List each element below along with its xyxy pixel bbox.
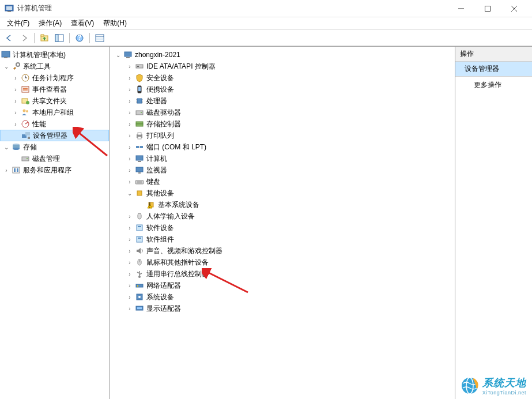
keyboard-icon [135,177,144,186]
device-mice[interactable]: › 鼠标和其他指针设备 [110,257,455,268]
device-system[interactable]: › 系统设备 [110,291,455,303]
device-network[interactable]: › 网络适配器 [110,280,455,291]
close-button[interactable] [501,0,527,17]
actions-selected[interactable]: 设备管理器 [455,62,532,77]
expand-icon[interactable]: › [126,293,134,301]
device-storage_ctrl[interactable]: › 存储控制器 [110,118,455,130]
device-other_child[interactable]: ! 基本系统设备 [110,199,455,210]
device-tree-panel: ⌄ zhongxin-2021 › IDE ATA/ATAPI 控制器 › 安全… [110,47,455,399]
expand-icon[interactable]: › [126,247,134,255]
show-hide-tree-button[interactable] [52,32,66,44]
nav-services-apps[interactable]: ›服务和应用程序 [0,164,109,176]
help-button[interactable]: ? [73,32,86,44]
device-keyboards[interactable]: › 键盘 [110,176,455,187]
device-print_queues[interactable]: › 打印队列 [110,130,455,141]
device-sound[interactable]: › 声音、视频和游戏控制器 [110,245,455,257]
expand-icon[interactable]: › [126,281,134,289]
nav-device-manager[interactable]: 设备管理器 [0,130,109,141]
svg-point-39 [27,158,28,159]
expand-icon[interactable]: › [126,120,134,128]
nav-event-viewer[interactable]: ›事件查看器 [0,84,109,95]
device-label: 人体学输入设备 [146,212,195,221]
device-display[interactable]: › 显示适配器 [110,303,455,314]
navigation-tree-panel: 计算机管理(本地) ⌄ 系统工具 ›任务计划程序 ›事件查看器 ›共享文件夹 ›… [0,47,110,399]
device-security[interactable]: › 安全设备 [110,72,455,84]
expand-icon[interactable]: › [126,85,134,93]
collapse-icon[interactable]: ⌄ [114,51,122,59]
expand-icon[interactable]: › [126,74,134,82]
users-icon [21,108,30,117]
svg-rect-17 [2,51,10,57]
details-view-button[interactable] [93,32,107,44]
share-icon [21,96,30,106]
expand-icon[interactable]: › [126,235,134,243]
svg-rect-61 [136,146,139,148]
shield-icon [135,73,144,82]
device-root[interactable]: ⌄ zhongxin-2021 [110,49,455,61]
expand-icon[interactable]: › [126,62,134,70]
expand-icon[interactable]: › [12,85,20,93]
collapse-icon[interactable]: ⌄ [2,62,10,70]
forward-button[interactable] [17,32,31,44]
expand-icon[interactable]: › [126,143,134,151]
menu-view[interactable]: 查看(V) [66,17,99,29]
device-label: 显示适配器 [146,304,181,314]
svg-rect-40 [13,167,20,173]
collapse-icon[interactable]: ⌄ [2,143,10,151]
maximize-button[interactable] [474,0,501,17]
menu-action[interactable]: 操作(A) [34,17,66,29]
minimize-button[interactable] [448,0,474,17]
nav-root[interactable]: 计算机管理(本地) [0,49,109,61]
watermark-url: XiTongTianDi.net [482,390,526,396]
nav-disk-mgmt[interactable]: 磁盘管理 [0,153,109,164]
expand-icon[interactable]: › [12,108,20,116]
hid-icon [135,212,144,221]
globe-icon [461,377,479,395]
device-hid[interactable]: › 人体学输入设备 [110,210,455,222]
device-label: 存储控制器 [146,119,181,129]
device-software_dev[interactable]: › 软件设备 [110,222,455,234]
expand-icon[interactable]: › [12,97,20,105]
device-monitors[interactable]: › 监视器 [110,164,455,176]
expand-icon[interactable]: › [126,270,134,278]
device-software_comp[interactable]: › 软件组件 [110,234,455,245]
device-processors[interactable]: › 处理器 [110,95,455,107]
expand-icon[interactable]: › [126,304,134,313]
expand-icon[interactable]: › [12,120,20,128]
expand-icon[interactable]: › [126,155,134,163]
menu-file[interactable]: 文件(F) [2,17,34,29]
expand-icon[interactable]: › [126,166,134,174]
device-ide[interactable]: › IDE ATA/ATAPI 控制器 [110,61,455,72]
nav-system-tools[interactable]: ⌄ 系统工具 [0,61,109,72]
actions-more[interactable]: 更多操作 [455,77,532,93]
device-portable[interactable]: › 便携设备 [110,84,455,95]
device-other[interactable]: ⌄ 其他设备 [110,187,455,199]
system-icon [135,292,144,302]
device-disk_drives[interactable]: › 磁盘驱动器 [110,107,455,118]
expand-icon[interactable]: › [126,131,134,140]
nav-storage[interactable]: ⌄存储 [0,141,109,153]
device-ports[interactable]: › 端口 (COM 和 LPT) [110,141,455,153]
device-usb[interactable]: › 通用串行总线控制器 [110,268,455,280]
back-button[interactable] [2,32,16,44]
device-computer[interactable]: › 计算机 [110,153,455,164]
expand-icon[interactable]: › [126,224,134,232]
nav-local-users[interactable]: ›本地用户和组 [0,107,109,118]
collapse-icon[interactable]: ⌄ [126,189,134,197]
expand-icon[interactable]: › [12,74,20,82]
device-label: 基本系统设备 [158,200,199,210]
expand-icon[interactable]: › [126,108,134,116]
nav-shared-folders[interactable]: ›共享文件夹 [0,95,109,107]
expand-icon[interactable]: › [126,212,134,220]
up-button[interactable] [37,32,51,44]
svg-point-88 [138,296,141,298]
menu-help[interactable]: 帮助(H) [99,17,131,29]
svg-rect-62 [140,146,143,148]
expand-icon[interactable]: › [126,178,134,186]
expand-icon[interactable]: › [2,166,10,174]
expand-icon[interactable]: › [126,258,134,266]
svg-rect-54 [136,111,143,115]
nav-task-scheduler[interactable]: ›任务计划程序 [0,72,109,84]
expand-icon[interactable]: › [126,97,134,105]
nav-performance[interactable]: ›性能 [0,118,109,130]
